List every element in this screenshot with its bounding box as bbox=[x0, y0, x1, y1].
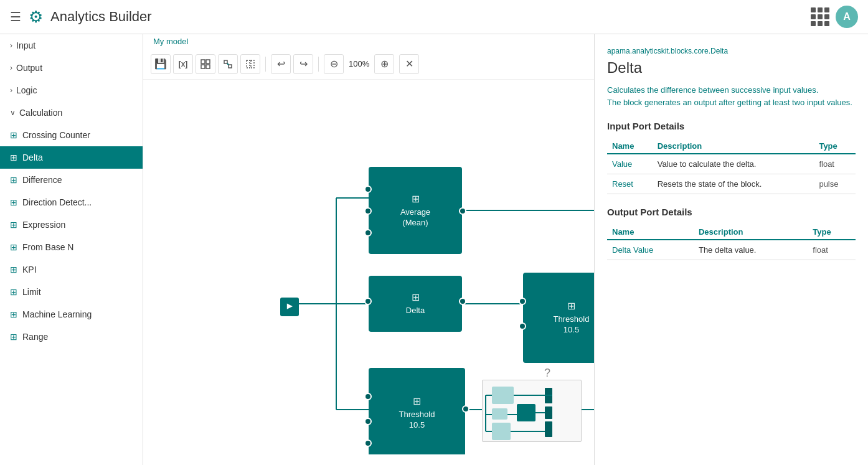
sidebar-item-delta[interactable]: ⊞ Delta bbox=[0, 146, 143, 169]
block-icon: ⊞ bbox=[10, 153, 17, 162]
threshold2-block-label: Threshold10.5 bbox=[399, 410, 435, 431]
output-port-table: Name Description Type Delta Value The de… bbox=[607, 225, 856, 260]
redo-button[interactable]: ↪ bbox=[293, 54, 313, 74]
header-left: ☰ ⚙ Analytics Builder bbox=[10, 7, 152, 27]
average-port-out[interactable] bbox=[459, 207, 466, 215]
threshold2-block-icon: ⊞ bbox=[413, 395, 421, 407]
panel-title: Delta bbox=[607, 59, 856, 77]
delta-port-out[interactable] bbox=[459, 298, 466, 305]
app-logo-icon: ⚙ bbox=[29, 7, 43, 27]
sidebar-item-range[interactable]: ⊞ Range bbox=[0, 326, 143, 348]
input-port-value-name: Value bbox=[607, 154, 653, 174]
average-port-in3[interactable] bbox=[364, 229, 372, 237]
toolbar-divider bbox=[265, 57, 266, 72]
toolbar-divider-2 bbox=[318, 57, 319, 72]
output-port-delta-type: float bbox=[808, 240, 856, 260]
svg-rect-7 bbox=[247, 60, 250, 68]
input-table-type-header: Type bbox=[814, 139, 856, 154]
main-layout: › Input › Output › Logic ∨ Calculation ⊞… bbox=[0, 34, 868, 465]
threshold2-port-in3[interactable] bbox=[364, 439, 372, 447]
chevron-right-icon: › bbox=[10, 63, 12, 72]
save-button[interactable]: 💾 bbox=[151, 54, 171, 74]
sidebar-item-direction-detect[interactable]: ⊞ Direction Detect... bbox=[0, 191, 143, 214]
variable-button[interactable]: [x] bbox=[173, 54, 193, 74]
threshold1-port-in1[interactable] bbox=[519, 298, 526, 305]
grid-apps-icon[interactable] bbox=[811, 7, 829, 26]
zoom-out-button[interactable]: ⊖ bbox=[324, 54, 344, 74]
average-block-label: Average(Mean) bbox=[400, 207, 430, 228]
close-button[interactable]: ✕ bbox=[399, 54, 419, 74]
svg-line-6 bbox=[227, 63, 229, 65]
sidebar-category-output-label: Output bbox=[16, 63, 42, 73]
sidebar-category-input[interactable]: › Input bbox=[0, 34, 143, 57]
delta-port-in[interactable] bbox=[364, 298, 372, 305]
zoom-to-fit-button[interactable] bbox=[218, 54, 238, 74]
right-panel: apama.analyticskit.blocks.core.Delta Del… bbox=[594, 34, 868, 465]
output-port-delta-desc: The delta value. bbox=[694, 240, 808, 260]
mm-connections bbox=[483, 380, 581, 441]
output-port-delta-name: Delta Value bbox=[607, 240, 694, 260]
minimap bbox=[482, 380, 582, 442]
arrange-icon bbox=[200, 59, 210, 69]
svg-rect-2 bbox=[201, 65, 205, 68]
average-port-in1[interactable] bbox=[364, 186, 372, 193]
sidebar-item-delta-label: Delta bbox=[22, 153, 43, 162]
input-table-name-header: Name bbox=[607, 139, 653, 154]
sidebar: › Input › Output › Logic ∨ Calculation ⊞… bbox=[0, 34, 143, 465]
block-icon: ⊞ bbox=[10, 242, 17, 252]
sidebar-item-machine-learning[interactable]: ⊞ Machine Learning bbox=[0, 303, 143, 326]
threshold2-port-in2[interactable] bbox=[364, 418, 372, 425]
output-table-type-header: Type bbox=[808, 225, 856, 240]
block-delta[interactable]: ⊞ Delta bbox=[369, 276, 462, 332]
block-icon: ⊞ bbox=[10, 130, 17, 140]
input-table-desc-header: Description bbox=[653, 139, 814, 154]
sidebar-item-limit[interactable]: ⊞ Limit bbox=[0, 281, 143, 303]
input-port-value-desc: Value to calculate the delta. bbox=[653, 154, 814, 174]
output-port-section-title: Output Port Details bbox=[607, 207, 856, 217]
sidebar-category-logic-label: Logic bbox=[16, 85, 37, 95]
delta-block-label: Delta bbox=[406, 306, 425, 316]
sidebar-item-crossing-counter[interactable]: ⊞ Crossing Counter bbox=[0, 124, 143, 146]
chevron-right-icon: › bbox=[10, 86, 12, 95]
threshold2-port-in1[interactable] bbox=[364, 393, 372, 400]
input-connector[interactable]: ◀ bbox=[280, 298, 299, 316]
hamburger-icon[interactable]: ☰ bbox=[10, 9, 21, 24]
panel-description: Calculates the difference between succes… bbox=[607, 84, 856, 108]
zoom-in-button[interactable]: ⊕ bbox=[374, 54, 394, 74]
select-button[interactable] bbox=[240, 54, 260, 74]
sidebar-item-difference[interactable]: ⊞ Difference bbox=[0, 169, 143, 191]
undo-button[interactable]: ↩ bbox=[271, 54, 291, 74]
canvas[interactable]: ◀ ⊞ Average(Mean) ⊞ Delta ⊞ bbox=[143, 80, 594, 454]
sidebar-item-kpi[interactable]: ⊞ KPI bbox=[0, 258, 143, 281]
sidebar-item-from-base-n-label: From Base N bbox=[22, 242, 73, 252]
sidebar-item-from-base-n[interactable]: ⊞ From Base N bbox=[0, 236, 143, 258]
input-port-reset-type: pulse bbox=[814, 174, 856, 194]
block-average[interactable]: ⊞ Average(Mean) bbox=[369, 167, 462, 254]
header: ☰ ⚙ Analytics Builder A bbox=[0, 0, 868, 34]
canvas-toolbar: 💾 [x] bbox=[143, 49, 594, 80]
help-icon[interactable]: ? bbox=[544, 367, 550, 380]
input-port-section-title: Input Port Details bbox=[607, 121, 856, 131]
user-avatar[interactable]: A bbox=[836, 6, 858, 28]
sidebar-item-expression[interactable]: ⊞ Expression bbox=[0, 214, 143, 236]
panel-namespace: apama.analyticskit.blocks.core.Delta bbox=[607, 47, 856, 55]
panel-description-text: Calculates the difference between succes… bbox=[607, 85, 852, 107]
minimap-canvas bbox=[483, 380, 581, 441]
sidebar-category-calculation[interactable]: ∨ Calculation bbox=[0, 101, 143, 124]
select-icon bbox=[245, 59, 255, 69]
sidebar-category-logic[interactable]: › Logic bbox=[0, 79, 143, 101]
svg-rect-4 bbox=[224, 60, 227, 63]
sidebar-item-difference-label: Difference bbox=[22, 175, 62, 185]
arrange-button[interactable] bbox=[196, 54, 215, 74]
threshold2-port-out[interactable] bbox=[462, 405, 469, 413]
sidebar-item-direction-detect-label: Direction Detect... bbox=[22, 197, 92, 207]
block-threshold-1[interactable]: ⊞ Threshold10.5 bbox=[523, 273, 594, 363]
svg-rect-0 bbox=[201, 60, 205, 63]
sidebar-category-output[interactable]: › Output bbox=[0, 57, 143, 79]
average-port-in2[interactable] bbox=[364, 207, 372, 215]
block-icon: ⊞ bbox=[10, 197, 17, 207]
threshold1-port-in2[interactable] bbox=[519, 322, 526, 330]
svg-rect-3 bbox=[206, 65, 210, 68]
block-threshold-2[interactable]: ⊞ Threshold10.5 bbox=[369, 368, 465, 454]
input-port-reset-desc: Resets the state of the block. bbox=[653, 174, 814, 194]
